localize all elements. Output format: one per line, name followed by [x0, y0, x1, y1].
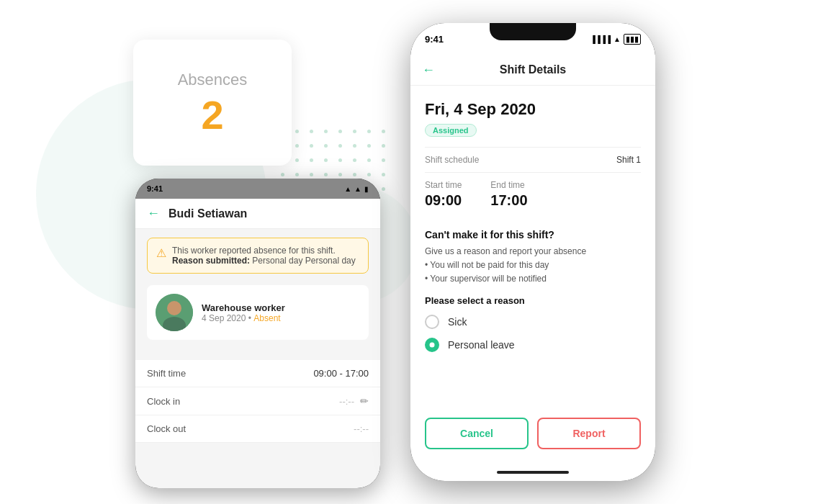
- assigned-badge: Assigned: [425, 124, 477, 137]
- iphone-screen: ← Shift Details Fri, 4 Sep 2020 Assigned…: [410, 55, 655, 464]
- worker-status: Absent: [253, 313, 280, 323]
- android-phone: 9:41 ▲ ▲ ▮ ← Budi Setiawan ⚠ This worker…: [135, 179, 380, 488]
- android-content: ⚠ This worker reported absence for this …: [135, 229, 380, 360]
- schedule-value: Shift 1: [616, 155, 641, 165]
- shift-date: Fri, 4 Sep 2020: [425, 100, 641, 119]
- android-status-bar: 9:41 ▲ ▲ ▮: [135, 179, 380, 199]
- android-status-icons: ▲ ▲ ▮: [344, 185, 369, 193]
- alert-content: This worker reported absence for this sh…: [172, 246, 356, 266]
- report-button[interactable]: Report: [537, 418, 641, 449]
- alert-text: This worker reported absence for this sh…: [172, 246, 356, 256]
- iphone-header-title: Shift Details: [500, 63, 566, 76]
- wifi-icon: ▲: [344, 185, 351, 193]
- cancel-button[interactable]: Cancel: [425, 418, 529, 449]
- battery-icon: ▮: [364, 185, 369, 193]
- alert-reason-value: Personal day: [252, 256, 302, 266]
- end-time-label: End time: [490, 180, 527, 190]
- edit-clock-in-icon[interactable]: ✏: [360, 395, 369, 407]
- worker-avatar: [156, 294, 193, 331]
- absence-alert: ⚠ This worker reported absence for this …: [147, 238, 369, 274]
- clock-in-value: --:--: [339, 396, 354, 407]
- alert-icon: ⚠: [156, 246, 166, 260]
- clock-in-controls: --:-- ✏: [339, 395, 369, 407]
- iphone-status-bar: 9:41 ▐▐▐▐ ▲ ▮▮▮: [410, 23, 655, 55]
- shift-time-value: 09:00 - 17:00: [313, 368, 369, 379]
- android-header: ← Budi Setiawan: [135, 199, 380, 229]
- cant-make-desc-line2: • You will not be paid for this day: [425, 258, 641, 272]
- end-time-value: 17:00: [490, 192, 527, 209]
- absences-label: Absences: [178, 71, 248, 89]
- radio-sick-label: Sick: [448, 316, 467, 328]
- cant-make-section: Can't make it for this shift? Give us a …: [425, 219, 641, 352]
- cant-make-title: Can't make it for this shift?: [425, 229, 641, 240]
- iphone-status-time: 9:41: [425, 34, 444, 45]
- cant-make-desc-line3: • Your supervisor will be notified: [425, 272, 641, 286]
- shift-time-row: Shift time 09:00 - 17:00: [135, 360, 380, 387]
- home-bar: [497, 471, 569, 474]
- radio-option-sick[interactable]: Sick: [425, 315, 641, 329]
- iphone-content: Fri, 4 Sep 2020 Assigned Shift schedule …: [410, 86, 655, 418]
- iphone-status-icons: ▐▐▐▐ ▲ ▮▮▮: [590, 34, 641, 45]
- android-back-button[interactable]: ←: [147, 206, 160, 221]
- worker-info: Warehouse worker 4 Sep 2020 • Absent: [147, 285, 369, 340]
- worker-date-text: 4 Sep 2020: [202, 313, 246, 323]
- schedule-label: Shift schedule: [425, 155, 479, 165]
- alert-reason-value-text: Personal day: [305, 256, 356, 266]
- iphone-header: ← Shift Details: [410, 55, 655, 86]
- android-status-time: 9:41: [147, 184, 163, 193]
- radio-option-personal-leave[interactable]: Personal leave: [425, 338, 641, 352]
- iphone-battery-icon: ▮▮▮: [624, 34, 641, 45]
- worker-role: Warehouse worker: [202, 302, 285, 313]
- worker-date-row: 4 Sep 2020 • Absent: [202, 313, 285, 323]
- absences-number: 2: [201, 95, 223, 135]
- radio-personal-leave-label: Personal leave: [448, 339, 515, 351]
- end-time-block: End time 17:00: [490, 180, 527, 209]
- android-header-title: Budi Setiawan: [168, 207, 247, 220]
- signal-icon: ▲: [354, 185, 361, 193]
- cant-make-desc-line1: Give us a reason and report your absence: [425, 245, 641, 258]
- worker-details: Warehouse worker 4 Sep 2020 • Absent: [202, 302, 285, 323]
- iphone-home-indicator: [410, 464, 655, 481]
- select-reason-label: Please select a reason: [425, 295, 641, 306]
- alert-reason-row: Reason submitted: Personal day Personal …: [172, 256, 356, 266]
- iphone: 9:41 ▐▐▐▐ ▲ ▮▮▮ ← Shift Details Fri, 4 S…: [410, 23, 655, 481]
- radio-sick-circle[interactable]: [425, 315, 439, 329]
- clock-out-label: Clock out: [147, 423, 186, 434]
- clock-in-row: Clock in --:-- ✏: [135, 387, 380, 415]
- schedule-row: Shift schedule Shift 1: [425, 147, 641, 172]
- shift-time-label: Shift time: [147, 368, 186, 379]
- start-time-label: Start time: [425, 180, 462, 190]
- cant-make-desc: Give us a reason and report your absence…: [425, 245, 641, 287]
- radio-personal-leave-circle[interactable]: [425, 338, 439, 352]
- android-screen: ← Budi Setiawan ⚠ This worker reported a…: [135, 199, 380, 488]
- svg-point-1: [167, 301, 181, 315]
- iphone-notch: [490, 23, 576, 40]
- clock-out-value: --:--: [354, 423, 369, 434]
- iphone-signal-icon: ▐▐▐▐: [590, 35, 611, 43]
- absences-card: Absences 2: [133, 40, 292, 166]
- start-time-block: Start time 09:00: [425, 180, 462, 209]
- clock-out-row: Clock out --:--: [135, 415, 380, 443]
- iphone-wifi-icon: ▲: [614, 35, 621, 43]
- start-time-value: 09:00: [425, 192, 462, 209]
- iphone-back-button[interactable]: ←: [422, 63, 435, 78]
- clock-in-label: Clock in: [147, 396, 180, 407]
- alert-reason-label: Reason submitted:: [172, 256, 250, 266]
- time-section: Start time 09:00 End time 17:00: [425, 172, 641, 219]
- action-buttons: Cancel Report: [410, 418, 655, 464]
